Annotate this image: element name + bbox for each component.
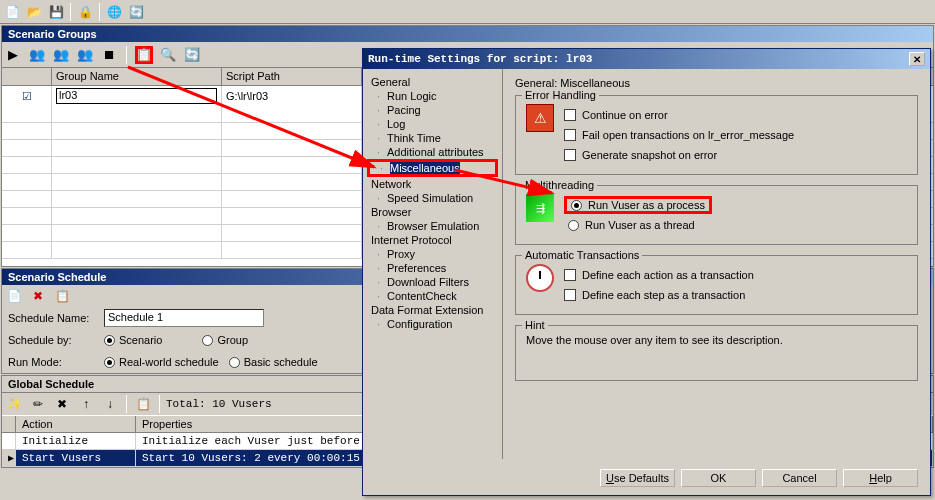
runtime-settings-dialog: Run-time Settings for script: lr03 ✕ Gen… [362,48,931,496]
hint-group: Hint Move the mouse over any item to see… [515,325,918,381]
tree-run-logic[interactable]: Run Logic [367,89,498,103]
close-icon[interactable]: ✕ [909,52,925,66]
tree-network[interactable]: Network [367,177,498,191]
run-mode-label: Run Mode: [8,356,98,368]
tree-data-format[interactable]: Data Format Extension [367,303,498,317]
radio-basic[interactable] [229,357,240,368]
tree-configuration[interactable]: Configuration [367,317,498,331]
vusers-icon-2[interactable]: 👥 [52,46,70,64]
radio-group[interactable] [202,335,213,346]
refresh-icon[interactable]: 🔄 [126,2,146,22]
copy-icon[interactable]: 📋 [133,394,153,414]
tree-speed-simulation[interactable]: Speed Simulation [367,191,498,205]
move-up-icon[interactable]: ↑ [76,394,96,414]
schedule-by-label: Schedule by: [8,334,98,346]
tree-proxy[interactable]: Proxy [367,247,498,261]
error-handling-group: Error Handling ⚠ Continue on error Fail … [515,95,918,175]
chk-each-step[interactable] [564,289,576,301]
total-vusers-label: Total: 10 Vusers [166,398,272,410]
scenario-groups-title: Scenario Groups [2,26,933,42]
move-down-icon[interactable]: ↓ [100,394,120,414]
chk-fail-open[interactable] [564,129,576,141]
chk-continue-on-error[interactable] [564,109,576,121]
tree-browser[interactable]: Browser [367,205,498,219]
new-schedule-icon[interactable]: 📄 [4,286,24,306]
script-path-cell: G:\lr\lr03 [222,86,362,106]
tree-browser-emulation[interactable]: Browser Emulation [367,219,498,233]
edit-action-icon[interactable]: ✏ [28,394,48,414]
tree-pacing[interactable]: Pacing [367,103,498,117]
delete-action-icon[interactable]: ✖ [52,394,72,414]
tree-think-time[interactable]: Think Time [367,131,498,145]
content-heading: General: Miscellaneous [515,77,918,89]
multithreading-group: Multithreading ⇶ Run Vuser as a process … [515,185,918,245]
tree-miscellaneous[interactable]: Miscellaneous [367,159,498,177]
tree-download-filters[interactable]: Download Filters [367,275,498,289]
tree-internet-protocol[interactable]: Internet Protocol [367,233,498,247]
cancel-button[interactable]: Cancel [762,469,837,487]
hint-text: Move the mouse over any item to see its … [526,334,907,346]
copy-schedule-icon[interactable]: 📋 [52,286,72,306]
tree-general[interactable]: General [367,75,498,89]
dialog-title: Run-time Settings for script: lr03 [368,53,592,65]
use-defaults-button[interactable]: Use Defaults [600,469,675,487]
schedule-name-field[interactable]: Schedule 1 [104,309,264,327]
col-group-name: Group Name [52,68,222,85]
delete-schedule-icon[interactable]: ✖ [28,286,48,306]
automatic-transactions-group: Automatic Transactions Define each actio… [515,255,918,315]
help-button[interactable]: Help [843,469,918,487]
vusers-icon-3[interactable]: 👥 [76,46,94,64]
app-toolbar: 📄 📂 💾 🔒 🌐 🔄 [0,0,935,24]
vusers-icon-1[interactable]: 👥 [28,46,46,64]
tree-additional-attributes[interactable]: Additional attributes [367,145,498,159]
new-icon[interactable]: 📄 [2,2,22,22]
schedule-name-label: Schedule Name: [8,312,98,324]
play-icon[interactable]: ▶ [4,46,22,64]
details-icon[interactable]: 🔍 [159,46,177,64]
ok-button[interactable]: OK [681,469,756,487]
radio-scenario[interactable] [104,335,115,346]
globe-icon[interactable]: 🌐 [104,2,124,22]
chk-each-action[interactable] [564,269,576,281]
lock-icon[interactable]: 🔒 [75,2,95,22]
tree-log[interactable]: Log [367,117,498,131]
group-name-cell[interactable]: lr03 [56,88,217,104]
radio-real-world[interactable] [104,357,115,368]
settings-tree: General Run Logic Pacing Log Think Time … [363,69,503,459]
tree-content-check[interactable]: ContentCheck [367,289,498,303]
tree-preferences[interactable]: Preferences [367,261,498,275]
radio-run-as-process[interactable] [571,200,582,211]
thread-icon: ⇶ [526,194,554,222]
col-action: Action [16,416,136,432]
radio-run-as-thread[interactable] [568,220,579,231]
add-action-icon[interactable]: ✨ [4,394,24,414]
stop-icon[interactable]: ⏹ [100,46,118,64]
clock-icon [526,264,554,292]
save-icon[interactable]: 💾 [46,2,66,22]
chk-snapshot[interactable] [564,149,576,161]
refresh-icon-2[interactable]: 🔄 [183,46,201,64]
runtime-settings-icon[interactable]: 📋 [135,46,153,64]
error-icon: ⚠ [526,104,554,132]
col-script-path: Script Path [222,68,362,85]
open-icon[interactable]: 📂 [24,2,44,22]
